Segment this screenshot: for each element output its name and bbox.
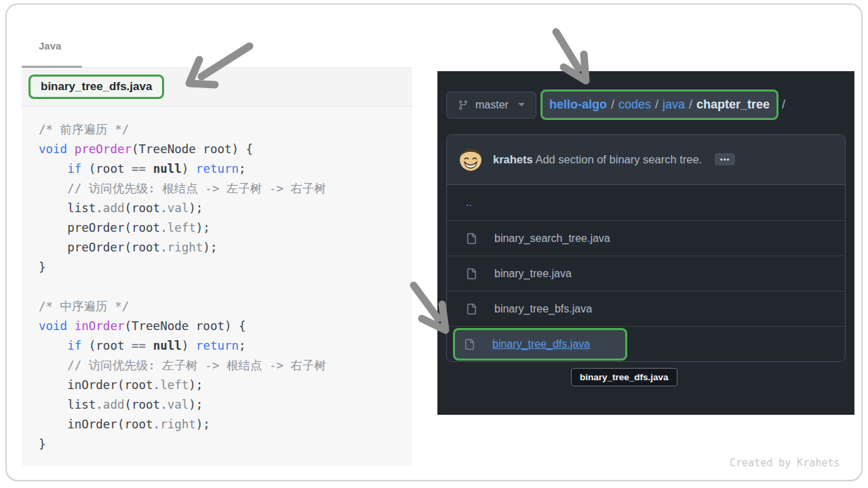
code-line: inOrder(root.left); (39, 375, 406, 395)
parent-directory-link[interactable]: .. (466, 197, 472, 209)
avatar[interactable] (460, 149, 481, 171)
file-row[interactable]: binary_search_tree.java (447, 220, 845, 256)
breadcrumb-highlight-box: hello-algo/codes/java/chapter_tree (540, 89, 778, 120)
code-line: // 访问优先级: 左子树 -> 根结点 -> 右子树 (39, 356, 406, 375)
breadcrumb: hello-algo/codes/java/chapter_tree (549, 98, 770, 112)
code-line: void inOrder(TreeNode root) { (39, 317, 406, 336)
breadcrumb-segment-codes[interactable]: codes (618, 98, 651, 112)
code-line: } (39, 258, 406, 277)
file-highlight-box: binary_tree_dfs.java (453, 328, 627, 361)
code-line: list.add(root.val); (39, 395, 406, 415)
code-line: inOrder(root.right); (39, 415, 406, 434)
tab-active-indicator (22, 66, 82, 68)
repo-browser-panel: master hello-algo/codes/java/chapter_tre… (437, 71, 854, 415)
code-line: void preOrder(TreeNode root) { (39, 140, 406, 159)
code-line: } (39, 434, 406, 454)
code-block: /* 前序遍历 */void preOrder(TreeNode root) {… (22, 106, 412, 466)
commit-message[interactable]: Add section of binary search tree. (535, 153, 702, 165)
breadcrumb-segment-hello-algo[interactable]: hello-algo (549, 98, 607, 112)
breadcrumb-separator: / (651, 98, 663, 112)
code-line: preOrder(root.right); (39, 238, 406, 258)
commit-expand-button[interactable]: ••• (715, 153, 736, 165)
code-line: if (root == null) return; (39, 159, 406, 179)
code-header: binary_tree_dfs.java (22, 68, 412, 106)
file-name[interactable]: binary_tree.java (494, 268, 572, 280)
latest-commit-row: krahets Add section of binary search tre… (447, 135, 845, 185)
repo-toolbar: master hello-algo/codes/java/chapter_tre… (446, 89, 785, 120)
file-icon (466, 304, 477, 314)
file-name-link[interactable]: binary_tree_dfs.java (492, 338, 590, 350)
breadcrumb-trailing-slash: / (782, 98, 785, 112)
file-browser-card: krahets Add section of binary search tre… (446, 134, 846, 362)
commit-summary: krahets Add section of binary search tre… (493, 153, 735, 166)
code-line: list.add(root.val); (39, 199, 406, 218)
code-line: if (root == null) return; (39, 336, 406, 356)
file-row[interactable]: .. (447, 185, 845, 220)
tab-strip-divider (82, 67, 412, 68)
git-branch-icon (458, 100, 469, 110)
file-name[interactable]: binary_tree_bfs.java (494, 303, 592, 315)
chevron-down-icon (518, 103, 525, 106)
file-name[interactable]: binary_search_tree.java (494, 232, 610, 245)
file-row[interactable]: binary_tree_bfs.java (447, 291, 845, 326)
file-icon (466, 233, 477, 244)
credit-text: Created by Krahets (730, 457, 840, 469)
file-icon (464, 339, 475, 350)
code-line: preOrder(root.left); (39, 218, 406, 238)
breadcrumb-separator: / (685, 98, 696, 112)
breadcrumb-separator: / (607, 98, 618, 112)
file-row[interactable]: binary_tree.java (447, 256, 845, 291)
code-panel: Java binary_tree_dfs.java /* 前序遍历 */void… (22, 37, 412, 466)
filename-highlight-box: binary_tree_dfs.java (28, 75, 164, 99)
code-line: // 访问优先级: 根结点 -> 左子树 -> 右子树 (39, 179, 406, 199)
code-line (39, 277, 406, 297)
file-icon (466, 268, 477, 279)
file-row[interactable]: binary_tree_dfs.java (447, 326, 845, 361)
breadcrumb-segment-chapter_tree: chapter_tree (696, 98, 770, 112)
commit-author-link[interactable]: krahets (493, 153, 533, 165)
code-line: /* 前序遍历 */ (39, 120, 406, 140)
filename-tooltip: binary_tree_dfs.java (571, 368, 677, 386)
breadcrumb-segment-java[interactable]: java (663, 98, 685, 112)
branch-selector-button[interactable]: master (446, 92, 536, 119)
tab-java[interactable]: Java (22, 37, 78, 65)
branch-name: master (475, 99, 509, 111)
code-tab-bar: Java (22, 37, 412, 68)
code-line: /* 中序遍历 */ (39, 297, 406, 317)
file-list: ..binary_search_tree.javabinary_tree.jav… (447, 185, 845, 361)
